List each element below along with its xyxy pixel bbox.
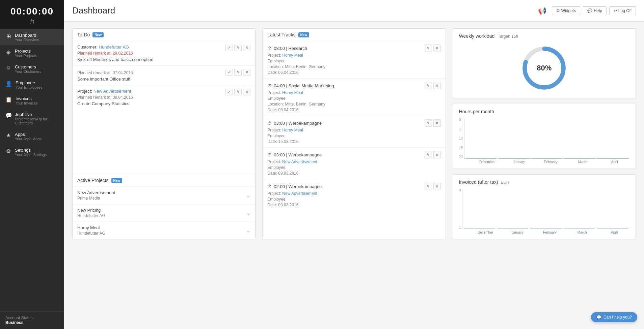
track-edit-btn[interactable]: ✎ <box>425 44 432 52</box>
track-edit-btn[interactable]: ✎ <box>425 151 432 158</box>
bar-group <box>530 229 562 229</box>
todo-edit-btn[interactable]: ✎ <box>234 89 242 95</box>
track-project: Project: New Advertisement <box>267 191 440 196</box>
comment-icon: 💬 <box>587 8 592 13</box>
todo-delete-btn[interactable]: ✕ <box>243 89 250 95</box>
project-item[interactable]: New Pricing Hundefutter AG ⌄ <box>73 204 255 222</box>
project-item[interactable]: New Advertisement Prima Media ⌄ <box>73 187 255 204</box>
dashboard-nav-icon: ⊞ <box>5 33 11 39</box>
apps-nav-label: Apps <box>15 132 42 137</box>
sidebar-item-invoices[interactable]: 📋 Invoices Your Invoices <box>0 93 64 109</box>
invoiced-bar-chart <box>462 189 629 229</box>
customers-nav-label: Customers <box>15 64 41 69</box>
project-name: New Advertisement <box>77 190 115 195</box>
todo-edit-btn[interactable]: ✎ <box>234 69 242 76</box>
project-items: New Advertisement Prima Media ⌄ New Pric… <box>73 187 255 239</box>
track-delete-btn[interactable]: ✕ <box>433 44 441 52</box>
track-edit-btn[interactable]: ✎ <box>425 82 432 89</box>
active-projects-badge: New <box>111 178 123 183</box>
track-date: Date: 09.03.2016 <box>267 203 440 207</box>
sidebar-item-apps[interactable]: ★ Apps Your Jephi Apps <box>0 128 64 144</box>
chevron-down-icon: ⌄ <box>246 210 250 216</box>
clock-icon: ⏱ <box>267 184 272 189</box>
settings-nav-icon: ⚙ <box>5 148 11 154</box>
donut-chart: 80% <box>522 46 566 90</box>
track-delete-btn[interactable]: ✕ <box>433 183 441 190</box>
sidebar-item-dashboard[interactable]: ⊞ Dashboard Your Overview <box>0 29 64 45</box>
track-delete-btn[interactable]: ✕ <box>433 151 441 158</box>
bar-x-label: December <box>470 231 501 234</box>
dashboard-nav-sub: Your Overview <box>15 38 39 42</box>
todo-remark: Planned remark at: 07.04.2016 <box>77 70 250 75</box>
sidebar-item-customers[interactable]: ☺ Customers Your Customers <box>0 61 64 77</box>
todo-delete-btn[interactable]: ✕ <box>243 69 250 76</box>
sidebar-item-settings[interactable]: ⚙ Settings Your Jephi Settings <box>0 144 64 160</box>
clock-icon: ⏱ <box>267 152 272 157</box>
track-time: 02:00 | Werbekampagne <box>274 184 322 189</box>
logoff-button[interactable]: ↩ Log Off <box>609 6 636 15</box>
jephilive-nav-icon: 💬 <box>5 112 11 119</box>
todo-check-btn[interactable]: ✓ <box>225 69 233 76</box>
widgets-button[interactable]: ⚙ Widgets <box>552 6 580 15</box>
content-area: To-Do New ✓ ✎ ✕ Customer: Hundefutter AG… <box>64 22 644 329</box>
megaphone-icon[interactable]: 📢 <box>535 5 549 16</box>
projects-nav-icon: ◈ <box>5 49 11 55</box>
donut-label: 80% <box>537 64 552 72</box>
bar-group <box>564 229 595 229</box>
topbar-right: 📢 ⚙ Widgets 💬 Help ↩ Log Off <box>535 5 636 16</box>
sidebar-item-projects[interactable]: ◈ Projects Your Projects <box>0 45 64 61</box>
active-projects-panel: Active Projects New New Advertisement Pr… <box>72 174 256 239</box>
projects-nav-sub: Your Projects <box>15 54 37 58</box>
track-project-link[interactable]: Horny Meal <box>282 90 303 95</box>
bar-x-label: February <box>536 160 566 164</box>
project-company: Hundefutter AG <box>77 213 105 218</box>
bar-x-label: March <box>567 231 597 234</box>
track-project-link[interactable]: Horny Meal <box>282 128 303 132</box>
track-project-link[interactable]: New Advertisement <box>282 159 317 164</box>
customers-nav-icon: ☺ <box>5 65 11 71</box>
bar-group <box>499 158 529 158</box>
todo-check-btn[interactable]: ✓ <box>225 44 233 51</box>
account-status: Account Status: Business <box>0 311 64 329</box>
track-delete-btn[interactable]: ✕ <box>433 119 441 127</box>
bar-y-label: 20 <box>459 155 463 159</box>
track-edit-btn[interactable]: ✎ <box>425 119 432 127</box>
bar <box>497 229 529 229</box>
track-employee: Employee: <box>267 165 440 170</box>
project-item[interactable]: Horny Meal Hundefutter AG ⌄ <box>73 222 255 239</box>
todo-item-actions: ✓ ✎ ✕ <box>225 69 250 76</box>
clock-icon: ⏱ <box>267 83 272 88</box>
bar-group <box>464 229 495 229</box>
employee-nav-sub: Your Employees <box>16 85 43 89</box>
track-delete-btn[interactable]: ✕ <box>433 82 441 89</box>
invoiced-title: Invoiced (after tax) EUR <box>459 179 629 185</box>
dashboard-nav-label: Dashboard <box>15 33 39 38</box>
help-button[interactable]: 💬 Help <box>583 6 607 15</box>
bar <box>597 158 628 158</box>
track-edit-btn[interactable]: ✎ <box>425 183 432 190</box>
hours-y-labels: 20151050 <box>459 118 463 159</box>
logoff-label: Log Off <box>618 8 632 13</box>
todo-project-link[interactable]: New Advertisement <box>93 89 131 94</box>
track-project-link[interactable]: Horny Meal <box>282 53 303 58</box>
track-project-link[interactable]: New Advertisement <box>282 191 317 196</box>
bar <box>564 229 595 229</box>
sidebar-item-jephilive[interactable]: 💬 Jephilive Projectfollow-Up for Custome… <box>0 109 64 128</box>
todo-customer-link[interactable]: Hundefutter AG <box>99 44 129 50</box>
timer-display: 00:00:00 <box>0 6 64 17</box>
chat-bubble[interactable]: 💬 Can I help you? <box>591 312 637 322</box>
tracks-badge: New <box>298 32 310 37</box>
tracks-title: Latest Tracks <box>267 32 295 37</box>
todo-check-btn[interactable]: ✓ <box>225 89 233 95</box>
chevron-down-icon: ⌄ <box>246 228 250 233</box>
bar-y-label: 5 <box>459 128 463 131</box>
invoices-nav-icon: 📋 <box>5 96 12 103</box>
settings-nav-label: Settings <box>15 148 47 153</box>
timer-area: 00:00:00 ⏱ <box>0 0 64 29</box>
bar-group <box>497 229 529 229</box>
todo-delete-btn[interactable]: ✕ <box>243 44 250 51</box>
todo-edit-btn[interactable]: ✎ <box>234 44 242 51</box>
sidebar-item-employee[interactable]: 👤 Employee Your Employees <box>0 77 64 93</box>
track-employee: Employee: <box>267 59 440 63</box>
projects-nav-label: Projects <box>15 49 37 54</box>
